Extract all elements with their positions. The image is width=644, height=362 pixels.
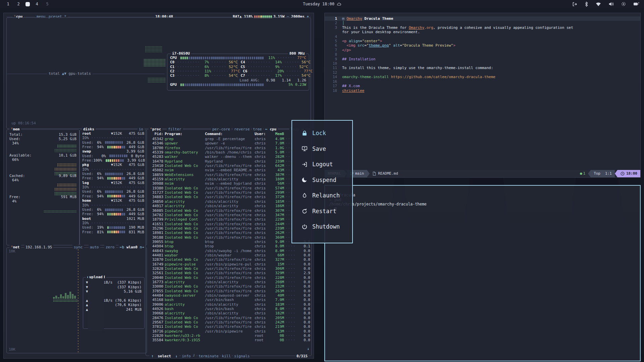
process-row[interactable]: 44904btopbtopchris8.0M····0.1: [149, 244, 309, 248]
btop-window[interactable]: ¹cpumenupreset *18:00:48BAT▲ 118%3.15W ─…: [3, 13, 314, 359]
proc-column-headers[interactable]: Pid:Program:Command:User:MemB: [149, 132, 309, 136]
code-line[interactable]: 6 <img src="theme.png" alt="Dracula Them…: [325, 43, 640, 48]
process-row[interactable]: 35296Isolated Web Co/usr/lib/firefox/fir…: [149, 226, 309, 231]
battery-icon[interactable]: [633, 2, 639, 6]
proc-col-Command:[interactable]: Command:: [205, 132, 253, 136]
process-row[interactable]: 44481waybar/sbin/waybarchris66M····0.0: [149, 253, 309, 257]
proc-title[interactable]: proc: [152, 127, 161, 131]
process-row[interactable]: 23410Isolated Web Co/usr/lib/firefox/fir…: [149, 164, 309, 168]
proc-sort-prev[interactable]: ←: [265, 127, 268, 131]
process-row[interactable]: 45342grepgrep -E percentagechris4.0M····: [149, 137, 309, 141]
proc-reverse-toggle[interactable]: reverse: [233, 127, 251, 131]
code-line[interactable]: 17## X.com: [325, 84, 640, 88]
mem-title[interactable]: mem: [13, 127, 20, 131]
process-row[interactable]: 16478HyprlandHyprlandchris239M····: [149, 159, 309, 164]
wifi-icon[interactable]: [596, 2, 601, 6]
volume-icon[interactable]: [608, 2, 614, 6]
process-row[interactable]: 44926bash/usr/bin/bashchris8.0M····0.0: [149, 307, 309, 311]
workspace-4[interactable]: 4: [34, 2, 40, 6]
net-iface-prev[interactable]: ←b: [120, 245, 124, 249]
code-line[interactable]: 7</p>: [325, 48, 640, 52]
code-line-cursor[interactable]: 1▤ Omarchy Dracula Theme: [325, 16, 640, 21]
proc-col-User:[interactable]: User:: [255, 132, 271, 136]
process-row[interactable]: 45339omarchy-battery/bin/bash /home/chri…: [149, 150, 309, 155]
menu-item-suspend[interactable]: Suspend: [292, 172, 352, 188]
menu-item-shutdown[interactable]: Shutdown: [292, 219, 352, 235]
editor-window[interactable]: 1▤ Omarchy Dracula Theme2│3This is the D…: [324, 13, 641, 178]
net-iface-next[interactable]: n→: [140, 245, 144, 249]
code-line[interactable]: 8: [325, 52, 640, 57]
process-row[interactable]: 28476Isolated Web Co/usr/lib/firefox/fir…: [149, 316, 309, 320]
process-row[interactable]: 35584kworker/0:3-i915root0B····0.0: [149, 338, 309, 342]
proc-tree-toggle[interactable]: tree: [252, 127, 263, 131]
process-row[interactable]: 22820kworker/u33:2-rbroot0B····0.0: [149, 334, 309, 338]
disk-name-row[interactable]: swap3,99 GiB: [82, 149, 144, 154]
disk-name-row[interactable]: home▼152K 475 GiB: [82, 198, 144, 203]
process-row[interactable]: 45346upowerupower -echris7.0M····: [149, 141, 309, 145]
code-line[interactable]: 14omarchy-theme-install https://github.c…: [325, 75, 640, 79]
process-row[interactable]: 45159alacritty/sbin/alacrittychris180M··…: [149, 177, 309, 181]
process-row[interactable]: 32870Isolated Web Co/usr/lib/firefox/fir…: [149, 257, 309, 262]
menu-item-logout[interactable]: Logout: [292, 157, 352, 172]
process-row[interactable]: 37855Isolated Web Co/usr/lib/firefox/fir…: [149, 289, 309, 293]
process-row[interactable]: 39006alacritty/sbin/alacrittychris183M··…: [149, 302, 309, 307]
workspace-active-3[interactable]: [25, 2, 30, 6]
process-row[interactable]: 30988nvimnvim --embed hyprlandchris56M··…: [149, 181, 309, 186]
process-row[interactable]: 44843swaybg/sbin/swaybg -i /homechris8.0…: [149, 249, 309, 253]
menu-item-lock[interactable]: Lock: [292, 125, 352, 141]
net-zero-toggle[interactable]: zero: [104, 245, 116, 249]
terminal-window[interactable]: →z dracula→pwd/home/chris/projects/omarc…: [324, 185, 641, 361]
workspace-2[interactable]: 2: [15, 2, 22, 6]
proc-col-MemB[interactable]: MemB: [272, 132, 284, 136]
process-row[interactable]: 45283walkerwalker --dmenu --themchris282…: [149, 155, 309, 159]
process-row[interactable]: 32561Isolated Web Co/usr/lib/firefox/fir…: [149, 271, 309, 275]
code-line[interactable]: 18chrisatlee: [325, 88, 640, 93]
code-line[interactable]: 9## Installation: [325, 57, 640, 61]
process-row[interactable]: 36085Isolated Web Co/usr/lib/firefox/fir…: [149, 208, 309, 213]
disk-name-row[interactable]: root▼152K 475 GiB: [82, 131, 144, 136]
io-mode-toggle[interactable]: io: [139, 127, 143, 131]
process-row[interactable]: 34850alacritty/sbin/alacrittychris185M··…: [149, 199, 309, 204]
menu-item-relaunch[interactable]: Relaunch: [292, 188, 352, 203]
process-row[interactable]: 45082nvimnvim --embed README.mchris43M··…: [149, 168, 309, 172]
process-row[interactable]: 18981Isolated Web Co/usr/lib/firefox/fir…: [149, 231, 309, 235]
process-row[interactable]: 29567Isolated Web Co/usr/lib/firefox/fir…: [149, 320, 309, 324]
code-area[interactable]: 1▤ Omarchy Dracula Theme2│3This is the D…: [325, 16, 640, 93]
code-line[interactable]: 10: [325, 61, 640, 66]
screencast-icon[interactable]: [572, 2, 577, 7]
process-row[interactable]: 30188Isolated Web Co/usr/lib/firefox/fir…: [149, 235, 309, 240]
proc-select-control[interactable]: ↑ select ↓: [149, 354, 179, 358]
disk-name-row[interactable]: boot1021 MiB: [82, 217, 144, 221]
code-line[interactable]: 5<p align="center">: [325, 39, 640, 43]
process-row[interactable]: 44917alacritty/sbin/alacrittychris186M··…: [149, 204, 309, 208]
process-row[interactable]: 16749pipewire-pulse/usr/bin/pipewire-pul…: [149, 262, 309, 266]
process-row[interactable]: 34883Isolated Web Co/usr/lib/firefox/fir…: [149, 195, 309, 199]
process-row[interactable]: 39068alacritty/sbin/alacrittychris182M··…: [149, 311, 309, 315]
workspace-5[interactable]: 5: [44, 2, 51, 6]
code-line[interactable]: 16: [325, 79, 640, 84]
menu-item-save[interactable]: Save: [292, 141, 352, 157]
disk-name-row[interactable]: log▼152K 475 GiB: [82, 181, 144, 185]
proc-action-kill[interactable]: kill: [221, 354, 232, 358]
process-row[interactable]: 18859WebExtensions/usr/lib/firefox/firec…: [149, 173, 309, 177]
clock[interactable]: Tuesday 18:00: [285, 2, 359, 6]
process-row[interactable]: 33000Isolated Web Co/usr/lib/firefox/fir…: [149, 284, 309, 289]
code-line[interactable]: 12: [325, 70, 640, 75]
process-row[interactable]: 20040Isolated Web Co/usr/lib/firefox/fir…: [149, 276, 309, 280]
process-row[interactable]: 16773alacritty/sbin/alacrittychris208M··…: [149, 280, 309, 284]
proc-filter[interactable]: filter: [167, 127, 183, 131]
process-row[interactable]: 18799Privileged Cont/usr/lib/firefox/fir…: [149, 217, 309, 222]
process-row[interactable]: 45168bash/usr/bin/bashchris7.0M····0.0: [149, 298, 309, 302]
proc-col-Program:[interactable]: Program:: [165, 132, 204, 136]
proc-col-Pid:[interactable]: Pid:: [149, 132, 163, 136]
proc-action-terminate[interactable]: terminate: [198, 354, 220, 358]
screen-record-icon[interactable]: [621, 2, 626, 6]
code-line[interactable]: for your Linux desktop environment.: [325, 30, 640, 34]
net-auto-toggle[interactable]: auto: [89, 245, 100, 249]
process-row[interactable]: 37811Isolated Web Co/usr/lib/firefox/fir…: [149, 324, 309, 329]
process-row[interactable]: 31727Isolated Web Co/usr/lib/firefox/fir…: [149, 190, 309, 195]
code-line[interactable]: 2│: [325, 21, 640, 25]
code-line[interactable]: 4: [325, 35, 640, 39]
process-row[interactable]: 34782Isolated Web Co/usr/lib/firefox/fir…: [149, 213, 309, 217]
process-row[interactable]: 39055btopbtopchris9.0M····0.0: [149, 240, 309, 244]
